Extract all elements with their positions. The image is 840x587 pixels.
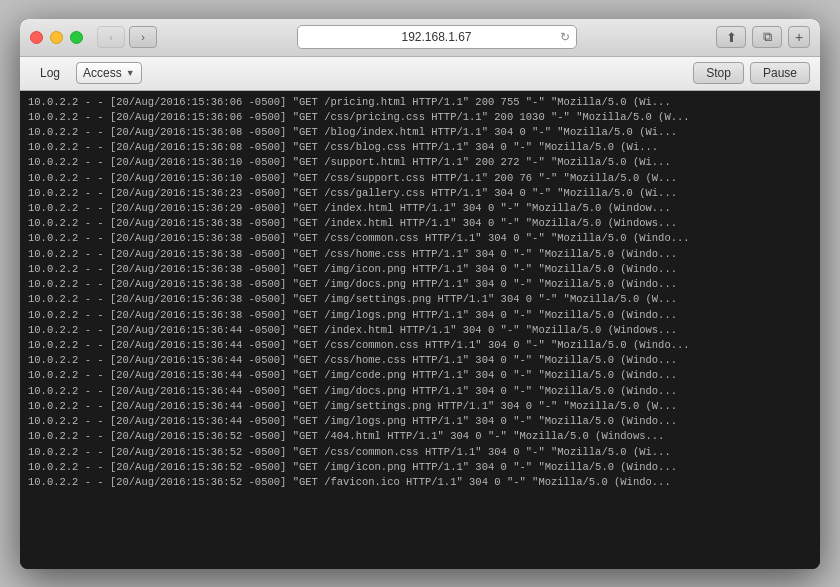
log-line: 10.0.2.2 - - [20/Aug/2016:15:36:23 -0500…	[20, 186, 820, 201]
forward-icon: ›	[141, 31, 145, 43]
log-line: 10.0.2.2 - - [20/Aug/2016:15:36:44 -0500…	[20, 414, 820, 429]
log-line: 10.0.2.2 - - [20/Aug/2016:15:36:44 -0500…	[20, 399, 820, 414]
minimize-button[interactable]	[50, 31, 63, 44]
add-icon: +	[795, 29, 803, 45]
log-line: 10.0.2.2 - - [20/Aug/2016:15:36:10 -0500…	[20, 171, 820, 186]
log-line: 10.0.2.2 - - [20/Aug/2016:15:36:44 -0500…	[20, 384, 820, 399]
log-line: 10.0.2.2 - - [20/Aug/2016:15:36:10 -0500…	[20, 155, 820, 170]
forward-button[interactable]: ›	[129, 26, 157, 48]
share-icon: ⬆	[726, 30, 737, 45]
log-line: 10.0.2.2 - - [20/Aug/2016:15:36:08 -0500…	[20, 125, 820, 140]
refresh-button[interactable]: ↻	[560, 30, 570, 44]
log-tab[interactable]: Log	[30, 62, 70, 84]
toolbar: Log Access ▼ Stop Pause	[20, 57, 820, 91]
log-line: 10.0.2.2 - - [20/Aug/2016:15:36:52 -0500…	[20, 429, 820, 444]
log-line: 10.0.2.2 - - [20/Aug/2016:15:36:38 -0500…	[20, 277, 820, 292]
log-line: 10.0.2.2 - - [20/Aug/2016:15:36:38 -0500…	[20, 262, 820, 277]
url-bar-container: 192.168.1.67 ↻	[157, 25, 716, 49]
maximize-button[interactable]	[70, 31, 83, 44]
log-line: 10.0.2.2 - - [20/Aug/2016:15:36:06 -0500…	[20, 110, 820, 125]
tabs-icon: ⧉	[763, 29, 772, 45]
titlebar: ‹ › 192.168.1.67 ↻ ⬆ ⧉ +	[20, 19, 820, 57]
log-line: 10.0.2.2 - - [20/Aug/2016:15:36:06 -0500…	[20, 95, 820, 110]
traffic-lights	[30, 31, 83, 44]
tabs-button[interactable]: ⧉	[752, 26, 782, 48]
log-line: 10.0.2.2 - - [20/Aug/2016:15:36:38 -0500…	[20, 247, 820, 262]
log-content[interactable]: 10.0.2.2 - - [20/Aug/2016:15:36:06 -0500…	[20, 91, 820, 569]
nav-buttons: ‹ ›	[97, 26, 157, 48]
back-icon: ‹	[109, 31, 113, 43]
log-line: 10.0.2.2 - - [20/Aug/2016:15:36:52 -0500…	[20, 475, 820, 490]
access-label: Access	[83, 66, 122, 80]
log-line: 10.0.2.2 - - [20/Aug/2016:15:36:44 -0500…	[20, 323, 820, 338]
back-button[interactable]: ‹	[97, 26, 125, 48]
pause-button[interactable]: Pause	[750, 62, 810, 84]
url-text: 192.168.1.67	[401, 30, 471, 44]
log-line: 10.0.2.2 - - [20/Aug/2016:15:36:38 -0500…	[20, 216, 820, 231]
stop-button[interactable]: Stop	[693, 62, 744, 84]
titlebar-actions: ⬆ ⧉ +	[716, 26, 810, 48]
log-line: 10.0.2.2 - - [20/Aug/2016:15:36:52 -0500…	[20, 445, 820, 460]
access-dropdown[interactable]: Access ▼	[76, 62, 142, 84]
log-line: 10.0.2.2 - - [20/Aug/2016:15:36:44 -0500…	[20, 353, 820, 368]
close-button[interactable]	[30, 31, 43, 44]
dropdown-arrow-icon: ▼	[126, 68, 135, 78]
share-button[interactable]: ⬆	[716, 26, 746, 48]
add-tab-button[interactable]: +	[788, 26, 810, 48]
url-bar[interactable]: 192.168.1.67 ↻	[297, 25, 577, 49]
log-line: 10.0.2.2 - - [20/Aug/2016:15:36:38 -0500…	[20, 231, 820, 246]
log-line: 10.0.2.2 - - [20/Aug/2016:15:36:29 -0500…	[20, 201, 820, 216]
log-line: 10.0.2.2 - - [20/Aug/2016:15:36:52 -0500…	[20, 460, 820, 475]
log-line: 10.0.2.2 - - [20/Aug/2016:15:36:44 -0500…	[20, 368, 820, 383]
log-line: 10.0.2.2 - - [20/Aug/2016:15:36:38 -0500…	[20, 292, 820, 307]
log-line: 10.0.2.2 - - [20/Aug/2016:15:36:44 -0500…	[20, 338, 820, 353]
browser-window: ‹ › 192.168.1.67 ↻ ⬆ ⧉ + Log	[20, 19, 820, 569]
log-line: 10.0.2.2 - - [20/Aug/2016:15:36:08 -0500…	[20, 140, 820, 155]
log-line: 10.0.2.2 - - [20/Aug/2016:15:36:38 -0500…	[20, 308, 820, 323]
